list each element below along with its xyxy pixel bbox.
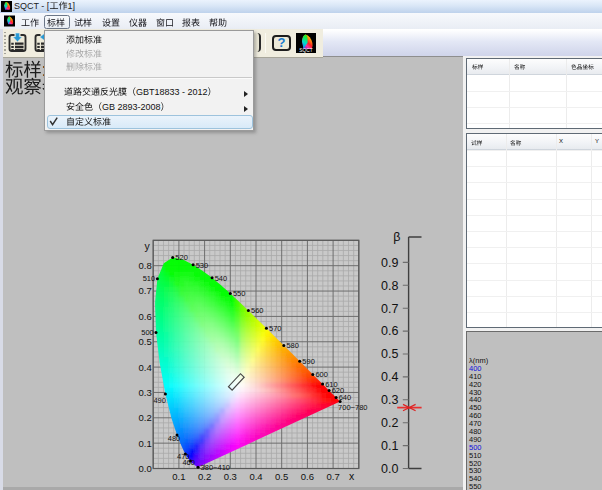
svg-text:560: 560	[251, 306, 264, 315]
svg-text:0.0: 0.0	[139, 463, 152, 474]
svg-text:SQCT: SQCT	[299, 48, 312, 53]
svg-text:0.2: 0.2	[198, 471, 211, 482]
svg-text:0.8: 0.8	[139, 260, 152, 271]
svg-text:GB 2893-2008: GB 2893-2008	[102, 101, 161, 111]
svg-text:0.1: 0.1	[172, 471, 185, 482]
svg-text:0.5: 0.5	[275, 471, 288, 482]
svg-text:0.8: 0.8	[381, 279, 398, 293]
svg-text:0.1: 0.1	[139, 438, 152, 449]
svg-text:0.4: 0.4	[381, 370, 398, 384]
svg-text:0.3: 0.3	[224, 471, 237, 482]
svg-text:1]: 1]	[68, 1, 76, 11]
svg-text:570: 570	[269, 324, 282, 333]
svg-text:0.5: 0.5	[139, 336, 152, 347]
svg-text:530: 530	[196, 261, 209, 270]
svg-text:SQCT - [: SQCT - [	[14, 1, 50, 11]
svg-text:580: 580	[286, 341, 299, 350]
svg-text:540: 540	[215, 274, 228, 283]
svg-text:0.7: 0.7	[139, 285, 152, 296]
svg-text:0.6: 0.6	[381, 324, 398, 338]
svg-text:0.2: 0.2	[381, 416, 398, 430]
svg-text:y: y	[144, 240, 150, 252]
svg-text:x: x	[349, 470, 355, 482]
svg-text:600: 600	[315, 370, 328, 379]
svg-text:0.2: 0.2	[139, 412, 152, 423]
svg-text:0.6: 0.6	[301, 471, 314, 482]
svg-text:β: β	[393, 230, 400, 244]
svg-text:510: 510	[143, 274, 156, 283]
svg-text:0.0: 0.0	[381, 462, 398, 476]
svg-text:520: 520	[175, 253, 188, 262]
svg-text:0.7: 0.7	[326, 471, 339, 482]
svg-text:590: 590	[302, 357, 315, 366]
svg-text:GBT18833 - 2012: GBT18833 - 2012	[136, 86, 208, 96]
svg-text:480: 480	[168, 434, 181, 443]
svg-text:550: 550	[233, 289, 246, 298]
svg-text:490: 490	[153, 396, 166, 405]
svg-text:0.4: 0.4	[249, 471, 262, 482]
svg-text:0.3: 0.3	[381, 393, 398, 407]
svg-text:700~780: 700~780	[338, 403, 367, 412]
svg-text:0.9: 0.9	[381, 256, 398, 270]
svg-text:0.6: 0.6	[139, 311, 152, 322]
svg-text:460: 460	[182, 458, 195, 467]
svg-text:0.4: 0.4	[139, 362, 152, 373]
svg-text:0.7: 0.7	[381, 302, 398, 316]
svg-text:640: 640	[339, 393, 352, 402]
svg-text:0.3: 0.3	[139, 387, 152, 398]
svg-text:0.1: 0.1	[381, 439, 398, 453]
svg-text:0.5: 0.5	[381, 347, 398, 361]
